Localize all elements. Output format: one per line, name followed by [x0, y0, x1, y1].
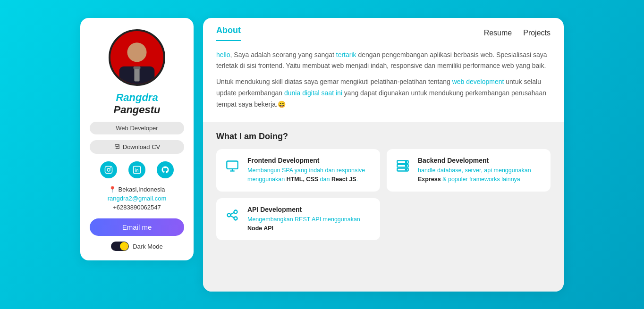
frontend-info: Frontend Development Membangun SPA yang … [247, 157, 373, 184]
svg-point-1 [127, 42, 146, 62]
api-desc: Mengembangkan REST API menggunakan Node … [247, 215, 373, 233]
about-para-2: Untuk mendukung skill diatas saya gemar … [216, 76, 551, 110]
svg-point-19 [228, 213, 231, 217]
email-address: rangdra2@gmail.com [108, 195, 166, 202]
instagram-icon[interactable] [100, 161, 117, 178]
service-card-backend: Backend Development handle database, ser… [387, 149, 551, 192]
api-title: API Development [247, 206, 373, 213]
services-grid: Frontend Development Membangun SPA yang … [216, 149, 551, 240]
svg-rect-4 [134, 66, 141, 69]
navigation-bar: About Resume Projects [203, 18, 564, 41]
location-icon: 📍 [109, 186, 116, 193]
about-para-1: hello, Saya adalah seorang yang sangat t… [216, 50, 551, 72]
backend-info: Backend Development handle database, ser… [418, 157, 543, 184]
tab-about[interactable]: About [216, 25, 241, 41]
role-badge: Web Developer [90, 122, 184, 134]
svg-point-21 [234, 217, 237, 220]
dark-mode-toggle[interactable]: 🌙 [111, 242, 129, 251]
dark-mode-toggle-row: 🌙 Dark Mode [111, 242, 163, 251]
svg-rect-3 [134, 67, 139, 81]
api-icon [224, 207, 241, 224]
last-name: Pangestu [113, 104, 160, 116]
frontend-title: Frontend Development [247, 157, 373, 164]
download-icon: 🖫 [114, 143, 120, 150]
toggle-knob: 🌙 [120, 242, 128, 251]
contact-info: 📍 Bekasi,Indonesia rangdra2@gmail.com +6… [108, 186, 166, 211]
svg-line-22 [230, 213, 234, 215]
svg-point-18 [406, 169, 407, 170]
download-label: Download CV [123, 143, 161, 150]
linkedin-icon[interactable]: in [128, 161, 145, 178]
phone: +6283890062547 [113, 204, 161, 211]
profile-card: Rangdra Pangestu Web Developer 🖫 Downloa… [80, 18, 194, 261]
svg-point-17 [406, 166, 407, 167]
location: 📍 Bekasi,Indonesia [109, 186, 165, 193]
svg-point-16 [406, 162, 407, 163]
backend-title: Backend Development [418, 157, 543, 164]
svg-point-6 [107, 168, 110, 171]
email-me-button[interactable]: Email me [90, 218, 184, 236]
service-card-frontend: Frontend Development Membangun SPA yang … [216, 149, 380, 192]
social-icons-group: in [100, 161, 174, 178]
avatar [109, 29, 165, 86]
svg-text:in: in [135, 168, 138, 173]
nav-resume[interactable]: Resume [484, 29, 512, 37]
first-name: Rangdra [113, 92, 160, 104]
svg-rect-5 [105, 167, 112, 174]
dark-mode-label: Dark Mode [133, 243, 163, 250]
frontend-desc: Membangun SPA yang indah dan responsive … [247, 166, 373, 184]
svg-point-7 [110, 167, 111, 168]
main-content-card: About Resume Projects hello, Saya adalah… [203, 18, 564, 292]
service-card-api: API Development Mengembangkan REST API m… [216, 198, 380, 241]
profile-name: Rangdra Pangestu [113, 92, 160, 117]
what-doing-section: What I am Doing? Frontend Development [203, 122, 564, 291]
backend-icon [394, 158, 411, 175]
nav-tabs: About [216, 25, 241, 41]
nav-links: Resume Projects [484, 29, 551, 37]
what-doing-title: What I am Doing? [216, 132, 551, 142]
frontend-icon [224, 158, 241, 175]
svg-point-20 [234, 210, 237, 213]
nav-projects[interactable]: Projects [523, 29, 551, 37]
download-cv-button[interactable]: 🖫 Download CV [90, 140, 184, 154]
api-info: API Development Mengembangkan REST API m… [247, 206, 373, 233]
about-section: hello, Saya adalah seorang yang sangat t… [203, 41, 564, 123]
svg-line-23 [230, 216, 234, 218]
github-icon[interactable] [157, 161, 174, 178]
svg-rect-10 [227, 161, 237, 169]
backend-desc: handle database, server, api menggunakan… [418, 166, 543, 184]
